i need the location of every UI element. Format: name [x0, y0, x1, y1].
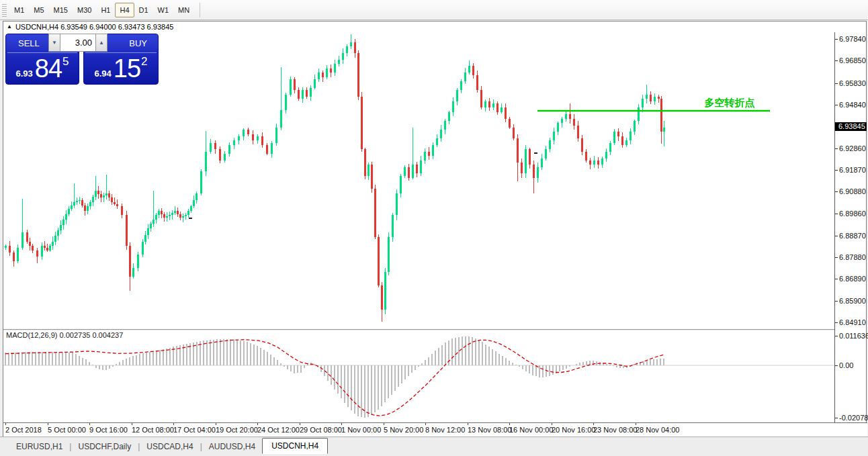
candle	[29, 238, 31, 250]
candle	[452, 97, 454, 116]
toolbar-grip-handle[interactable]	[2, 3, 7, 17]
time-axis-tick	[132, 423, 132, 425]
price-axis-label: 6.97840	[839, 35, 866, 43]
time-axis-tick	[89, 423, 90, 425]
candle	[65, 210, 67, 224]
time-axis-tick	[341, 423, 342, 425]
candle	[501, 103, 503, 113]
candle	[290, 77, 292, 97]
candle	[132, 263, 134, 279]
sell-price-small: 6.93	[15, 69, 32, 79]
candle	[525, 145, 527, 178]
candle	[103, 193, 105, 202]
chart-tab-usdcad-h4[interactable]: USDCAD,H4	[140, 439, 200, 454]
macd-chart	[3, 330, 834, 422]
time-axis-tick	[384, 423, 384, 425]
candle	[73, 183, 75, 208]
candle	[126, 211, 128, 249]
candle	[314, 75, 316, 89]
timeframe-button-h1[interactable]: H1	[96, 3, 115, 17]
candle	[298, 87, 300, 101]
axis-tick	[835, 236, 838, 236]
candle	[153, 191, 155, 226]
time-axis-label: 20 Nov 16:00	[552, 426, 595, 434]
time-axis-tick	[173, 423, 174, 425]
time-axis-label: 19 Oct 20:00	[216, 426, 258, 434]
timeframe-button-m15[interactable]: M15	[49, 3, 73, 17]
timeframe-button-m1[interactable]: M1	[9, 3, 29, 17]
candle	[400, 174, 402, 197]
candle	[190, 205, 192, 213]
annotation-label: 多空转折点	[705, 97, 755, 109]
timeframe-button-w1[interactable]: W1	[153, 3, 174, 17]
candle	[371, 162, 373, 193]
collapse-chart-icon[interactable]: ▲	[7, 24, 12, 30]
candle	[420, 156, 422, 176]
candle	[171, 210, 173, 220]
candle	[350, 34, 352, 49]
candle	[597, 157, 599, 169]
price-axis-label: 6.84910	[839, 318, 866, 326]
candle	[468, 60, 470, 75]
candle	[416, 162, 418, 177]
chart-tabbar: EURUSD,H1|USDCHF,Daily|USDCAD,H4|AUDUSD,…	[0, 437, 868, 456]
timeframe-button-m30[interactable]: M30	[73, 3, 96, 17]
candle	[21, 199, 24, 250]
candle	[179, 212, 181, 220]
time-axis-tick	[300, 423, 300, 425]
volume-increase-button[interactable]: ▲	[95, 34, 107, 52]
candle	[92, 195, 94, 207]
price-axis-label: 6.92860	[839, 144, 866, 152]
candle	[521, 158, 523, 178]
price-axis-label: 6.89860	[839, 210, 866, 218]
axis-tick	[835, 60, 838, 61]
timeframe-button-h4[interactable]: H4	[115, 3, 134, 17]
candle	[448, 111, 450, 124]
price-axis-label: 6.94840	[839, 101, 866, 109]
candle	[271, 141, 273, 157]
axis-tick	[835, 365, 838, 366]
time-axis-label: 5 Oct 00:00	[48, 426, 86, 434]
candle	[464, 68, 466, 84]
candle	[261, 132, 263, 148]
candle	[605, 148, 607, 162]
candle	[13, 250, 15, 267]
candle	[116, 199, 118, 209]
time-axis-label: 16 Nov 00:00	[509, 426, 553, 434]
sell-price-sup: 5	[62, 55, 69, 69]
volume-decrease-button[interactable]: ▼	[48, 34, 60, 52]
timeframe-button-m5[interactable]: M5	[29, 3, 48, 17]
axis-tick	[835, 257, 838, 258]
timeframe-button-d1[interactable]: D1	[134, 3, 153, 17]
candle	[642, 95, 644, 112]
candle	[228, 142, 230, 156]
buy-price-small: 6.94	[94, 69, 111, 79]
time-axis-tick	[257, 423, 258, 425]
candle	[97, 186, 99, 198]
chart-tab-eurusd-h1[interactable]: EURUSD,H1	[9, 439, 69, 454]
candle	[187, 209, 189, 218]
candle	[54, 232, 56, 245]
chart-tab-usdchf-daily[interactable]: USDCHF,Daily	[71, 439, 138, 454]
chart-tab-usdcnh-h4[interactable]: USDCNH,H4	[262, 438, 328, 454]
time-axis-tick	[636, 423, 636, 425]
chart-title: USDCNH,H4 6.93549 6.94000 6.93473 6.9384…	[15, 23, 173, 31]
candle	[456, 88, 458, 105]
candle	[509, 117, 511, 130]
candle	[294, 77, 296, 93]
chart-tab-audusd-h4[interactable]: AUDUSD,H4	[202, 439, 262, 454]
candle	[41, 242, 43, 260]
candle	[374, 185, 376, 240]
time-axis-label: 28 Nov 04:00	[636, 426, 679, 434]
chart-object-marker	[189, 218, 192, 219]
buy-price: 6.94 15 2	[84, 53, 158, 84]
candle	[210, 139, 212, 154]
timeframe-button-mn[interactable]: MN	[173, 3, 194, 17]
candle	[505, 103, 507, 122]
macd-indicator-label: MACD(12,26,9) 0.002735 0.004237	[6, 331, 123, 339]
candle	[238, 134, 240, 145]
volume-input[interactable]: 3.00	[60, 34, 95, 52]
time-axis-label: 2 Oct 2018	[5, 426, 42, 434]
price-axis-label: 6.90880	[839, 187, 866, 195]
candle	[621, 132, 623, 148]
